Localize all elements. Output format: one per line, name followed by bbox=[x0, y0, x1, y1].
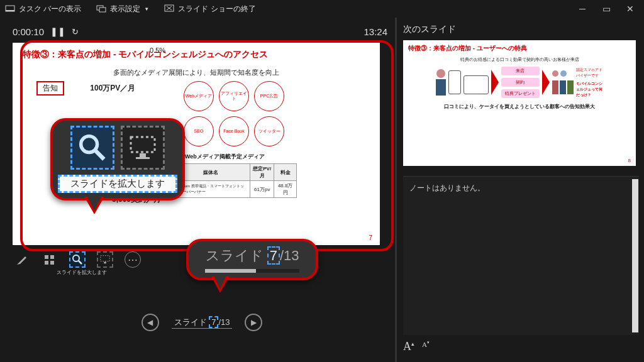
svg-line-12 bbox=[79, 261, 82, 264]
annotation-magnifier-icon bbox=[70, 126, 114, 170]
font-increase-button[interactable]: A▴ bbox=[403, 340, 414, 353]
menu-end-show[interactable]: スライド ショーの終了 bbox=[164, 4, 255, 14]
notes-panel[interactable]: ノートはありません。 bbox=[403, 176, 639, 335]
window-maximize[interactable]: ▭ bbox=[597, 4, 615, 14]
step-box: 来店 bbox=[501, 67, 540, 75]
next-slide-heading: 次のスライド bbox=[403, 24, 639, 35]
svg-rect-8 bbox=[50, 255, 54, 259]
slide-subtitle: 多面的なメディア展開により、短期間で知名度を向上 bbox=[23, 68, 370, 77]
funnel-kokuchi: 告知 bbox=[36, 81, 64, 96]
step-box: 特典プレゼント bbox=[501, 89, 540, 98]
annotation-counter-text: スライド 7/13 bbox=[206, 246, 299, 265]
slide-title: 特徴③：来客点の増加 - モバイルコンシェルジュへのアクセス bbox=[23, 49, 370, 60]
taskbar-icon bbox=[5, 4, 15, 14]
svg-rect-9 bbox=[45, 261, 48, 265]
current-clock: 13:24 bbox=[364, 26, 391, 37]
svg-rect-13 bbox=[101, 256, 109, 261]
people-group bbox=[552, 70, 574, 94]
svg-rect-14 bbox=[104, 262, 106, 264]
media-circle: ツイッター bbox=[254, 116, 284, 146]
pen-tool[interactable] bbox=[14, 251, 30, 268]
media-circle: Face Book bbox=[219, 116, 249, 146]
annotation-progress-bar bbox=[205, 269, 299, 273]
magnifier-icon bbox=[71, 253, 84, 266]
titlebar: タスク バーの表示 表示設定 ▼ スライド ショーの終了 ─ ▭ ✕ bbox=[0, 0, 644, 18]
display-settings-icon bbox=[96, 4, 106, 14]
annotation-monitor-icon bbox=[121, 126, 165, 170]
reset-timer-button[interactable]: ↻ bbox=[72, 27, 79, 36]
next-slide-preview[interactable]: 特徴③：来客点の増加 - ユーザーへの特典 特典のお得感による口コミ効果で契約率… bbox=[403, 40, 636, 166]
media-circle: PPC広告 bbox=[254, 81, 284, 111]
arrow-icon bbox=[542, 70, 550, 95]
funnel-kokuchi-value: 100万PV／月 bbox=[90, 83, 135, 94]
media-circle: Webメディア bbox=[184, 81, 214, 111]
annotation-callout-counter: スライド 7/13 bbox=[186, 239, 318, 280]
font-decrease-button[interactable]: A▾ bbox=[422, 340, 430, 353]
menu-taskbar[interactable]: タスク バーの表示 bbox=[5, 4, 81, 14]
media-circle: アフィリエイト bbox=[219, 81, 249, 111]
prev-slide-button[interactable]: ◀ bbox=[142, 314, 159, 331]
svg-rect-10 bbox=[50, 261, 54, 265]
svg-rect-19 bbox=[136, 157, 150, 159]
black-screen-tool[interactable] bbox=[97, 251, 113, 268]
svg-point-11 bbox=[73, 255, 79, 261]
arrow-icon bbox=[491, 70, 499, 95]
svg-rect-7 bbox=[45, 255, 48, 259]
annotation-callout-zoom: スライドを拡大します bbox=[50, 118, 185, 200]
media-table: 媒体名想定PV/月料金 価格.com 携帯電話・スマートフォントップ スーパーバ… bbox=[171, 163, 297, 198]
devices-icon bbox=[448, 70, 489, 94]
annotation-zoom-label: スライドを拡大します bbox=[58, 175, 177, 193]
svg-rect-1 bbox=[6, 10, 14, 11]
next-slide-page-number: 8 bbox=[628, 158, 631, 163]
notes-placeholder: ノートはありません。 bbox=[409, 184, 485, 192]
next-slide-subtitle: 特典のお得感による口コミ効果で契約率の高いお客様が来店 bbox=[408, 57, 631, 63]
notes-scrollbar[interactable] bbox=[632, 179, 638, 332]
monitor-icon bbox=[99, 254, 111, 265]
next-slide-button[interactable]: ▶ bbox=[245, 314, 262, 331]
slide-counter[interactable]: スライド 7/13 bbox=[172, 317, 233, 329]
next-slide-caption: 口コミにより、ケータイを買えようとしている顧客への告知効果大 bbox=[408, 103, 631, 110]
step-box: 契約 bbox=[501, 78, 540, 87]
media-circle: SEO bbox=[184, 116, 214, 146]
zoom-tool[interactable] bbox=[69, 251, 86, 268]
speech-balloon: 認定スマホアドバイザーです モバイルコンシェルジュって何だっけ？ bbox=[576, 67, 604, 98]
see-all-slides[interactable] bbox=[42, 251, 58, 268]
svg-point-15 bbox=[81, 136, 97, 153]
window-minimize[interactable]: ─ bbox=[574, 4, 591, 14]
svg-rect-3 bbox=[99, 8, 106, 12]
pause-button[interactable]: ❚❚ bbox=[50, 26, 65, 36]
person-illustration bbox=[436, 69, 446, 96]
slide-page-number: 7 bbox=[369, 234, 372, 241]
window-close[interactable]: ✕ bbox=[621, 4, 639, 14]
elapsed-time: 0:00:10 bbox=[13, 26, 44, 37]
end-show-icon bbox=[164, 4, 174, 14]
svg-rect-17 bbox=[131, 137, 155, 152]
media-table-title: 例：Webメディア掲載予定メディア bbox=[174, 153, 297, 161]
more-tools[interactable]: ⋯ bbox=[125, 251, 141, 268]
svg-line-16 bbox=[95, 150, 104, 159]
next-slide-title: 特徴③：来客点の増加 - ユーザーへの特典 bbox=[408, 44, 631, 53]
menu-display-settings[interactable]: 表示設定 ▼ bbox=[96, 4, 149, 14]
funnel-rate: 0.5% bbox=[150, 47, 162, 54]
svg-rect-18 bbox=[140, 153, 146, 157]
